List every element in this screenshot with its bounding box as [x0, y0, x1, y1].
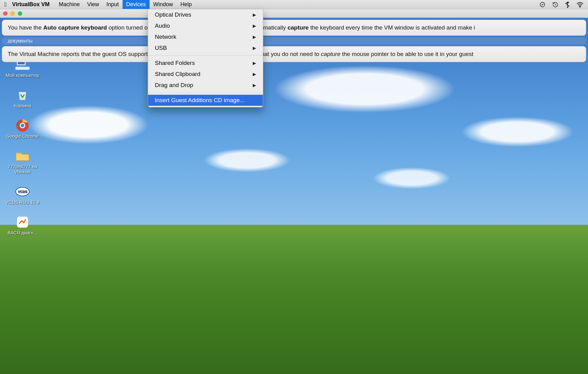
menu-item-shared-folders[interactable]: Shared Folders▶ [148, 58, 263, 69]
menubar-item-input[interactable]: Input [103, 0, 123, 9]
chevron-right-icon: ▶ [253, 61, 256, 66]
desktop-icons-column: Мой компьютер Корзина Google Chrome 777t… [2, 58, 42, 235]
menu-separator [148, 93, 263, 93]
chevron-right-icon: ▶ [253, 23, 256, 28]
menu-label: USB [155, 45, 167, 51]
menu-item-drag-and-drop[interactable]: Drag and Drop▶ [148, 80, 263, 91]
chevron-right-icon: ▶ [253, 46, 256, 50]
banner-text: the keyboard every time the VM window is… [309, 24, 475, 31]
desktop-icon-label: Корзина [2, 103, 42, 108]
banner-text-bold: capture [288, 24, 309, 31]
menu-separator [148, 55, 263, 56]
chevron-right-icon: ▶ [253, 72, 256, 77]
apple-menu-icon[interactable]:  [4, 1, 6, 8]
recycle-bin-icon [14, 88, 31, 102]
banner-text: You have the [8, 24, 43, 31]
desktop-icon-label: Мой компьютер [2, 73, 42, 78]
menu-label: Drag and Drop [155, 82, 193, 89]
wifi-icon[interactable] [576, 2, 584, 7]
menubar-item-machine[interactable]: Machine [55, 0, 83, 9]
menubar-item-view[interactable]: View [83, 0, 103, 9]
macos-menubar:  VirtualBox VM Machine View Input Devic… [0, 0, 588, 9]
menu-item-shared-clipboard[interactable]: Shared Clipboard▶ [148, 69, 263, 80]
devices-dropdown-menu: Optical Drives▶ Audio▶ Network▶ USB▶ Sha… [148, 9, 263, 107]
desktop-icon-chrome[interactable]: Google Chrome [2, 119, 42, 139]
menu-item-audio[interactable]: Audio▶ [148, 20, 263, 31]
menubar-item-help[interactable]: Help [177, 0, 195, 9]
chrome-icon [14, 119, 31, 132]
svg-rect-4 [15, 67, 30, 70]
banner-text: The Virtual Machine reports that the gue… [8, 51, 152, 57]
menubar-item-window[interactable]: Window [150, 0, 177, 9]
menu-label: Optical Drives [155, 11, 191, 18]
window-traffic-lights [3, 11, 22, 16]
menu-label: Audio [155, 22, 170, 29]
bluetooth-icon[interactable] [565, 1, 570, 8]
menu-item-insert-guest-additions[interactable]: Insert Guest Additions CD image... [148, 95, 263, 106]
clock-check-icon[interactable] [539, 2, 546, 8]
menubar-app-name[interactable]: VirtualBox VM [12, 1, 50, 8]
window-close-button[interactable] [3, 11, 7, 16]
xp-bliss-clouds [0, 18, 588, 374]
vcds-icon: VCDS [14, 185, 31, 198]
menubar-item-devices[interactable]: Devices [123, 0, 150, 9]
desktop-icon-label: Google Chrome [2, 133, 42, 139]
menu-item-usb[interactable]: USB▶ [148, 42, 263, 54]
desktop-icon-label: VCDS RUS 17.8 [2, 200, 42, 205]
window-titlebar [0, 9, 588, 18]
window-zoom-button[interactable] [18, 11, 22, 16]
time-machine-icon[interactable] [552, 2, 558, 8]
shared-folder-icon [14, 149, 31, 163]
desktop-icon-vasya[interactable]: ВАСЯ диагн... [2, 215, 42, 235]
info-banner-mouse-integration: The Virtual Machine reports that the gue… [2, 46, 586, 62]
svg-point-7 [21, 124, 24, 127]
xp-window-title-strip: документы [2, 38, 586, 44]
chevron-right-icon: ▶ [253, 12, 256, 17]
banner-text-bold: Auto capture keyboard [43, 24, 107, 31]
banner-text: the mouse pointer to be able to use it i… [340, 51, 473, 57]
menu-label: Shared Folders [155, 60, 195, 66]
chevron-right-icon: ▶ [253, 83, 256, 88]
desktop-icon-label: 777test777 на Vboxsvr [2, 164, 42, 174]
banner-text-italic: capture [321, 51, 340, 57]
svg-point-1 [580, 6, 581, 7]
desktop-icon-shared-folder[interactable]: 777test777 на Vboxsvr [2, 149, 42, 174]
desktop-icon-recycle-bin[interactable]: Корзина [2, 88, 42, 108]
menu-item-optical-drives[interactable]: Optical Drives▶ [148, 9, 263, 20]
menu-label: Insert Guest Additions CD image... [155, 97, 244, 104]
vm-guest-desktop[interactable]: You have the Auto capture keyboard optio… [0, 18, 588, 374]
diagnostics-icon [14, 215, 31, 229]
menu-label: Shared Clipboard [155, 71, 200, 78]
svg-text:VCDS: VCDS [18, 190, 27, 193]
window-minimize-button[interactable] [10, 11, 15, 16]
chevron-right-icon: ▶ [253, 34, 256, 39]
desktop-icon-vcds[interactable]: VCDS VCDS RUS 17.8 [2, 185, 42, 205]
menu-label: Network [155, 34, 176, 40]
desktop-icon-label: ВАСЯ диагн... [2, 230, 42, 235]
xp-window-title: документы [8, 38, 33, 43]
info-banner-keyboard-capture: You have the Auto capture keyboard optio… [2, 20, 586, 36]
menu-item-network[interactable]: Network▶ [148, 31, 263, 42]
